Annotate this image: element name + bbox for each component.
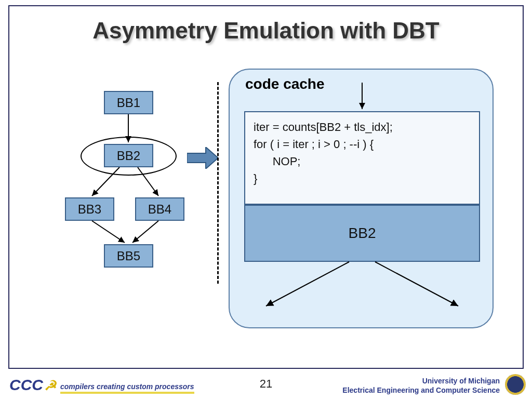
university-attribution: University of Michigan Electrical Engine… xyxy=(342,376,500,395)
code-line: NOP; xyxy=(254,153,471,170)
uni-line1: University of Michigan xyxy=(342,376,500,385)
page-number: 21 xyxy=(260,377,272,391)
svg-line-1 xyxy=(92,167,119,196)
code-line: for ( i = iter ; i > 0 ; --i ) { xyxy=(254,136,471,153)
cached-bb2-block: BB2 xyxy=(244,205,480,262)
slide-footer: CCC ☭ compilers creating custom processo… xyxy=(0,370,532,399)
transform-arrow-icon xyxy=(187,147,218,169)
cccp-tagline: compilers creating custom processors xyxy=(60,382,194,394)
code-line: } xyxy=(254,170,471,187)
svg-line-3 xyxy=(92,221,125,243)
svg-line-7 xyxy=(375,262,458,306)
cccp-logo: CCC ☭ compilers creating custom processo… xyxy=(9,376,194,394)
cccp-mark: CCC ☭ xyxy=(9,376,56,394)
slide-title: Asymmetry Emulation with DBT xyxy=(0,18,532,44)
university-seal-icon xyxy=(505,374,526,395)
code-cache-panel: code cache iter = counts[BB2 + tls_idx];… xyxy=(229,69,494,328)
arrow-bb1-bb2 xyxy=(49,78,205,286)
arrows-out-bb2 xyxy=(230,257,495,324)
code-line: iter = counts[BB2 + tls_idx]; xyxy=(254,118,471,136)
svg-line-6 xyxy=(266,262,349,306)
uni-line2: Electrical Engineering and Computer Scie… xyxy=(342,385,500,395)
divider-dashed xyxy=(217,82,219,284)
svg-line-2 xyxy=(138,167,158,196)
flowchart: BB1 BB2 BB3 BB4 BB5 xyxy=(49,78,205,338)
cccp-text: CCC xyxy=(9,376,43,394)
instrumentation-code: iter = counts[BB2 + tls_idx]; for ( i = … xyxy=(244,111,480,205)
svg-line-4 xyxy=(132,221,158,243)
hammer-sickle-icon: ☭ xyxy=(44,378,56,394)
arrow-into-codebox xyxy=(230,70,495,116)
